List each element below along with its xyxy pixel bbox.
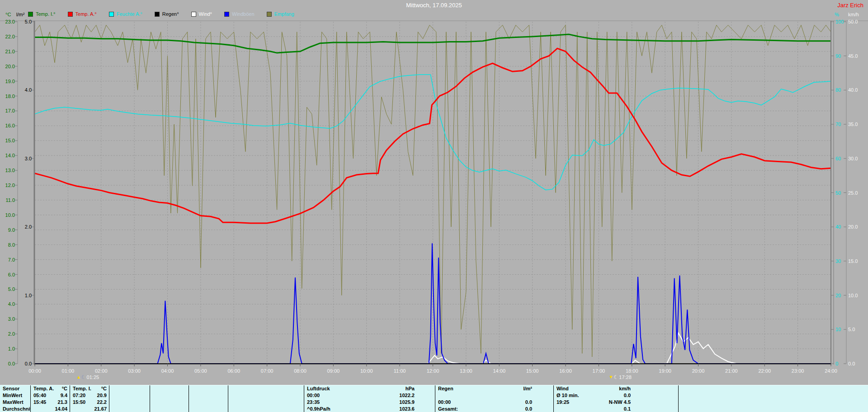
luftdruck-max-time: 23:35 <box>307 399 320 406</box>
temp-i-avg: 21.67 <box>94 406 107 412</box>
temp-a-min-time: 05:40 <box>33 392 46 399</box>
tick-label-hour: 00:00 <box>28 368 41 374</box>
wind-unit: km/h <box>619 385 631 392</box>
tick-label-temp_c: 1.0 <box>8 346 15 351</box>
temp-a-avg: 14.04 <box>55 406 67 412</box>
tick-label-hour: 21:00 <box>725 368 738 374</box>
tick-label-rain: 5.0 <box>25 19 32 24</box>
tick-label-humidity: 50 <box>835 190 841 196</box>
stats-table: Sensor MinWert MaxWert Durchschnitt Temp… <box>0 385 868 412</box>
row-header-maxwert: MaxWert <box>3 399 24 406</box>
regen-label: Regen <box>438 385 453 392</box>
temp-i-label: Temp. I. <box>73 385 91 392</box>
tick-label-temp_c: 6.0 <box>8 272 15 277</box>
regen-unit: l/m² <box>523 385 532 392</box>
tick-label-temp_c: 13.0 <box>5 168 15 173</box>
tick-label-wind: 10.0 <box>848 293 858 298</box>
tick-label-temp_c: 21.0 <box>5 49 15 54</box>
tick-label-hour: 16:00 <box>559 368 572 374</box>
tick-label-hour: 18:00 <box>626 368 638 374</box>
legend-label-empfang: Empfang <box>274 11 294 17</box>
tick-label-temp_c: 0.0 <box>8 361 15 366</box>
legend-item-wind[interactable]: Wind° <box>191 11 212 17</box>
tick-label-humidity: 60 <box>835 156 841 161</box>
luftdruck-label: Luftdruck <box>307 385 330 392</box>
legend-label-windb-en: Windböen <box>232 11 255 17</box>
tick-label-hour: 04:00 <box>161 368 174 374</box>
legend-item-empfang[interactable]: Empfang <box>267 11 294 17</box>
tick-label-hour: 23:00 <box>792 368 804 374</box>
temp-i-max: 22.2 <box>97 399 107 406</box>
stats-col-empty-3 <box>189 385 228 412</box>
tick-label-temp_c: 9.0 <box>8 227 15 233</box>
luftdruck-min: 1022.2 <box>399 392 415 399</box>
luftdruck-unit: hPa <box>406 385 415 392</box>
tick-label-wind: 25.0 <box>848 190 858 196</box>
tick-label-wind: 30.0 <box>848 156 858 161</box>
wind-avg10-label: Ø 10 min. <box>557 392 579 399</box>
tick-label-temp_c: 14.0 <box>5 153 15 158</box>
tick-label-hour: 20:00 <box>692 368 705 374</box>
legend-swatch-temp-i <box>28 12 33 17</box>
tick-label-temp_c: 11.0 <box>5 197 15 203</box>
axis-unit-humidity: % <box>835 12 839 17</box>
luftdruck-min-time: 00:00 <box>307 392 320 399</box>
tick-label-hour: 11:00 <box>394 368 406 374</box>
tick-label-temp_c: 22.0 <box>5 34 15 39</box>
tick-label-hour: 05:00 <box>194 368 207 374</box>
legend-item-temp-i[interactable]: Temp. I.° <box>28 11 56 17</box>
tick-label-humidity: 10 <box>835 327 841 332</box>
tick-label-wind: 5.0 <box>848 327 855 332</box>
tick-label-humidity: 80 <box>835 87 841 93</box>
tick-label-temp_c: 15.0 <box>5 138 15 143</box>
legend-item-windb-en[interactable]: Windböen <box>224 11 255 17</box>
stats-col-empty-2 <box>150 385 189 412</box>
tick-label-wind: 20.0 <box>848 224 858 229</box>
tick-label-humidity: 40 <box>835 224 841 229</box>
legend-swatch-feuchte-a <box>109 12 114 17</box>
tick-label-temp_c: 10.0 <box>5 212 15 218</box>
stats-col-wind: Windkm/h Ø 10 min.0.0 19:25N-NW 4.5 0.1 <box>554 385 679 412</box>
tick-label-hour: 08:00 <box>294 368 307 374</box>
tick-label-wind: 15.0 <box>848 258 858 264</box>
series-feuchte-a- <box>35 75 831 190</box>
legend-label-feuchte-a: Feuchte A.° <box>117 11 142 17</box>
tick-label-humidity: 30 <box>835 258 841 264</box>
tick-label-temp_c: 12.0 <box>5 183 15 188</box>
temp-i-min: 20.9 <box>97 392 107 399</box>
tick-label-wind: 50.0 <box>848 19 858 24</box>
tick-label-rain: 1.0 <box>25 293 32 298</box>
tick-label-temp_c: 20.0 <box>5 64 15 69</box>
tick-label-humidity: 90 <box>835 53 841 59</box>
wind-max-time: 19:25 <box>557 399 569 406</box>
legend-item-temp-a[interactable]: Temp. A.° <box>68 11 97 17</box>
regen-day-time: 00:00 <box>438 399 451 406</box>
tick-label-humidity: 70 <box>835 122 841 127</box>
tick-label-wind: 35.0 <box>848 122 858 127</box>
axis-unit-temp: °C <box>5 12 11 17</box>
stats-col-luftdruck: LuftdruckhPa 00:001022.2 23:351025.9 ^0.… <box>304 385 435 412</box>
row-header-durchschnitt: Durchschnitt <box>3 406 31 412</box>
row-header-minwert: MinWert <box>3 392 22 399</box>
tick-label-hour: 01:00 <box>62 368 75 374</box>
chart-canvas: 0.01.02.03.04.05.06.07.08.09.010.011.012… <box>0 0 868 385</box>
legend: Temp. I.°Temp. A.°Feuchte A.°Regen°Wind°… <box>28 11 294 17</box>
regen-day-value: 0.0 <box>525 399 532 406</box>
stats-col-empty-4 <box>228 385 304 412</box>
luftdruck-trend: ^0.9hPa/h <box>307 406 330 412</box>
tick-label-hour: 09:00 <box>327 368 340 374</box>
tick-label-wind: 40.0 <box>848 87 858 93</box>
axis-unit-rain: l/m² <box>16 12 24 17</box>
row-header-sensor: Sensor <box>3 385 19 392</box>
tick-label-hour: 12:00 <box>427 368 439 374</box>
tick-label-hour: 15:00 <box>526 368 539 374</box>
temp-i-min-time: 07:20 <box>73 392 85 399</box>
legend-label-wind: Wind° <box>199 11 212 17</box>
legend-item-regen[interactable]: Regen° <box>155 11 179 17</box>
wind-avg10: 0.0 <box>624 392 631 399</box>
tick-label-rain: 3.0 <box>25 156 32 161</box>
stats-col-regen: Regenl/m² 00:000.0 Gesamt:0.0 <box>435 385 554 412</box>
tick-label-temp_c: 7.0 <box>8 257 15 262</box>
temp-a-max: 21.3 <box>58 399 67 406</box>
legend-item-feuchte-a[interactable]: Feuchte A.° <box>109 11 142 17</box>
